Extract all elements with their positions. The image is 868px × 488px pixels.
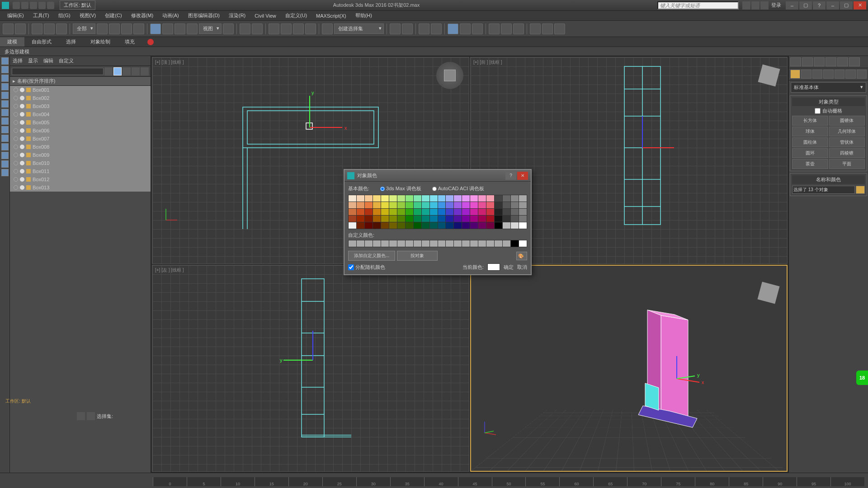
color-swatch[interactable] — [430, 195, 438, 202]
viewport-front-label[interactable]: [+] [前 ] [线框 ] — [473, 59, 502, 66]
lt-3-icon[interactable] — [1, 75, 9, 82]
color-swatch[interactable] — [438, 195, 446, 202]
lt-2-icon[interactable] — [1, 66, 9, 73]
menu-script[interactable]: MAXScript(X) — [311, 12, 351, 20]
color-swatch[interactable] — [349, 216, 356, 222]
add-custom-button[interactable]: 添加自定义颜色... — [348, 251, 395, 261]
custom-swatch[interactable] — [519, 240, 527, 247]
lt-7-icon[interactable] — [1, 109, 9, 116]
color-swatch[interactable] — [478, 195, 486, 202]
color-swatch[interactable] — [357, 202, 364, 208]
geom-btn[interactable]: 圆环 — [792, 148, 828, 158]
lt-11-icon[interactable] — [1, 143, 9, 150]
object-name-input[interactable] — [792, 186, 855, 194]
pct-snap-icon[interactable] — [293, 23, 304, 34]
display-icon[interactable] — [837, 57, 848, 66]
color-swatch[interactable] — [397, 222, 405, 229]
bind-icon[interactable] — [56, 23, 67, 34]
scene-item[interactable]: Box004 — [10, 110, 151, 118]
color-swatch[interactable] — [503, 195, 510, 202]
toggle-ribbon-icon[interactable] — [431, 23, 442, 34]
spinner-snap-icon[interactable] — [305, 23, 316, 34]
custom-swatch[interactable] — [381, 240, 389, 247]
maximize-icon[interactable]: ▢ — [840, 1, 853, 9]
color-swatch[interactable] — [414, 202, 421, 208]
time-slider[interactable]: 0 / 100 05101520253035404550556065707580… — [153, 477, 864, 486]
undo-btn-icon[interactable] — [3, 23, 14, 34]
color-swatch[interactable] — [349, 195, 356, 202]
object-color-swatch[interactable] — [856, 186, 865, 194]
geom-btn[interactable]: 圆锥体 — [829, 116, 865, 126]
scene-item[interactable]: Box009 — [10, 151, 151, 159]
color-swatch[interactable] — [511, 222, 519, 229]
color-swatch[interactable] — [406, 216, 413, 222]
custom-swatch[interactable] — [397, 240, 405, 247]
ribbon-tab-modeling[interactable]: 建模 — [0, 37, 24, 47]
scene-find-icon[interactable] — [141, 67, 149, 75]
geom-btn[interactable]: 茶壶 — [792, 159, 828, 169]
unlink-icon[interactable] — [44, 23, 55, 34]
scale-icon[interactable] — [175, 23, 185, 34]
scene-item[interactable]: Box010 — [10, 159, 151, 167]
custom-swatch[interactable] — [503, 240, 510, 247]
custom-swatch[interactable] — [365, 240, 373, 247]
login-link[interactable]: 登录 — [771, 2, 781, 9]
schematic-icon[interactable] — [460, 23, 471, 34]
menu-view[interactable]: 视图(V) — [75, 11, 101, 20]
dialog-help-icon[interactable]: ? — [505, 172, 516, 180]
color-swatch[interactable] — [478, 222, 486, 229]
color-swatch[interactable] — [503, 216, 510, 222]
color-swatch[interactable] — [486, 209, 494, 215]
color-swatch[interactable] — [389, 216, 397, 222]
menu-civil[interactable]: Civil View — [250, 12, 280, 20]
link-icon[interactable] — [742, 1, 750, 9]
custom-swatch[interactable] — [511, 240, 519, 247]
color-swatch[interactable] — [397, 216, 405, 222]
color-swatch[interactable] — [381, 209, 389, 215]
redo-btn-icon[interactable] — [15, 23, 26, 34]
color-swatch[interactable] — [430, 222, 438, 229]
align-icon[interactable] — [402, 23, 413, 34]
close-icon[interactable]: ✕ — [854, 1, 866, 9]
color-swatch[interactable] — [503, 202, 510, 208]
color-swatch[interactable] — [454, 209, 462, 215]
scene-item[interactable]: Box008 — [10, 143, 151, 151]
help-search-input[interactable] — [657, 1, 739, 9]
color-swatch[interactable] — [478, 209, 486, 215]
scene-item[interactable]: Box011 — [10, 167, 151, 175]
color-swatch[interactable] — [454, 195, 462, 202]
angle-snap-icon[interactable] — [281, 23, 292, 34]
user-icon[interactable] — [760, 1, 769, 9]
color-swatch[interactable] — [446, 222, 453, 229]
open-icon[interactable] — [21, 2, 28, 9]
ribbon-rec-icon[interactable] — [147, 39, 154, 45]
color-swatch[interactable] — [519, 209, 527, 215]
color-swatch[interactable] — [414, 209, 421, 215]
motion-icon[interactable] — [826, 57, 836, 66]
color-swatch[interactable] — [389, 209, 397, 215]
scene-lock-icon[interactable] — [123, 67, 131, 75]
keymode-icon[interactable] — [252, 23, 263, 34]
scene-item[interactable]: Box006 — [10, 127, 151, 135]
color-swatch[interactable] — [414, 216, 421, 222]
scene-clear-icon[interactable] — [104, 67, 113, 75]
viewport-left-label[interactable]: [+] [左 ] [线框 ] — [155, 267, 184, 273]
lt-4-icon[interactable] — [1, 83, 9, 90]
scene-tab-select[interactable]: 选择 — [13, 57, 23, 64]
select-icon[interactable] — [97, 23, 108, 34]
color-swatch[interactable] — [462, 209, 470, 215]
color-swatch[interactable] — [511, 216, 519, 222]
scene-item[interactable]: Box007 — [10, 135, 151, 143]
geom-btn[interactable]: 球体 — [792, 127, 828, 136]
color-swatch[interactable] — [503, 222, 510, 229]
menu-edit[interactable]: 编辑(E) — [3, 11, 28, 20]
color-swatch[interactable] — [519, 216, 527, 222]
color-swatch[interactable] — [486, 222, 494, 229]
cameras-icon[interactable] — [823, 70, 833, 79]
menu-anim[interactable]: 动画(A) — [158, 11, 184, 20]
custom-swatch[interactable] — [373, 240, 381, 247]
scene-filter-input[interactable] — [12, 68, 104, 75]
lt-14-icon[interactable] — [1, 169, 9, 176]
color-swatch[interactable] — [365, 209, 373, 215]
custom-swatch[interactable] — [454, 240, 462, 247]
